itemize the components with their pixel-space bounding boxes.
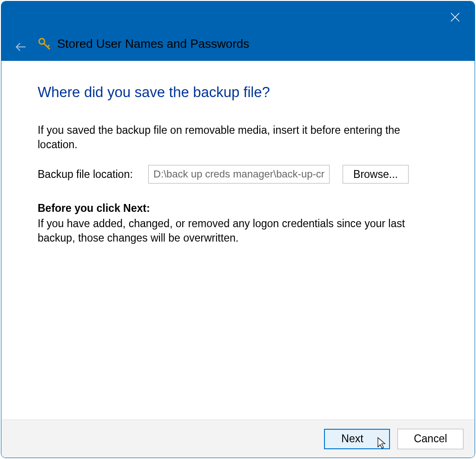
location-row: Backup file location: Browse... xyxy=(38,165,438,184)
warning-heading: Before you click Next: xyxy=(38,202,438,215)
key-icon xyxy=(38,37,52,51)
titlebar: Stored User Names and Passwords xyxy=(1,1,475,61)
close-icon xyxy=(450,12,461,23)
cancel-button[interactable]: Cancel xyxy=(397,429,463,449)
location-label: Backup file location: xyxy=(38,168,135,181)
wizard-window: Stored User Names and Passwords Where di… xyxy=(1,1,475,458)
back-button[interactable] xyxy=(12,38,30,56)
svg-line-5 xyxy=(47,45,49,47)
arrow-left-icon xyxy=(14,40,27,53)
browse-button[interactable]: Browse... xyxy=(343,165,409,184)
content-area: Where did you save the backup file? If y… xyxy=(1,61,475,420)
title-group: Stored User Names and Passwords xyxy=(38,37,249,51)
window-title: Stored User Names and Passwords xyxy=(57,37,249,51)
footer: Next Cancel xyxy=(1,420,475,458)
instruction-text: If you saved the backup file on removabl… xyxy=(38,123,410,152)
warning-text: If you have added, changed, or removed a… xyxy=(38,216,410,245)
page-heading: Where did you save the backup file? xyxy=(38,84,438,101)
backup-path-input[interactable] xyxy=(148,165,330,184)
close-button[interactable] xyxy=(444,6,466,28)
next-button[interactable]: Next xyxy=(324,429,390,449)
